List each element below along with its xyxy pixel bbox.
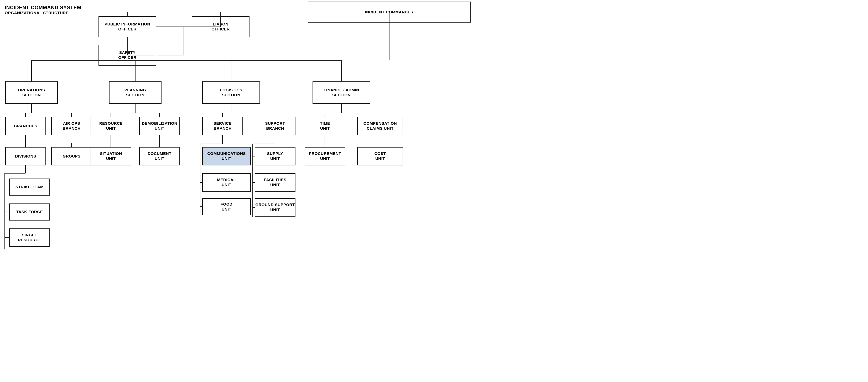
liason-box: LIASON OFFICER (192, 16, 249, 37)
facilities-unit-box: FACILITIES UNIT (255, 173, 296, 192)
food-unit-box: FOOD UNIT (202, 198, 251, 215)
supply-unit-box: SUPPLY UNIT (255, 147, 296, 165)
demob-unit-box: DEMOBILIZATION UNIT (139, 117, 180, 135)
service-branch-box: SERVICE BRANCH (202, 117, 243, 135)
support-branch-box: SUPPORT BRANCH (255, 117, 296, 135)
public-info-box: PUBLIC INFORMATION OFFICER (98, 16, 156, 37)
medical-unit-box: MEDICAL UNIT (202, 173, 251, 192)
ground-support-box: GROUND SUPPORT UNIT (255, 198, 296, 217)
title-main: INCIDENT COMMAND SYSTEM (5, 5, 81, 10)
title-block: INCIDENT COMMAND SYSTEM ORGANIZATIONAL S… (5, 5, 81, 15)
finance-box: FINANCE / ADMIN SECTION (313, 82, 370, 104)
divisions-box: DIVISIONS (5, 147, 46, 165)
communications-box: COMMUNICATIONS UNIT (202, 147, 251, 165)
operations-box: OPERATIONS SECTION (5, 82, 58, 104)
branches-box: BRANCHES (5, 117, 46, 135)
situation-unit-box: SITUATION UNIT (91, 147, 131, 165)
planning-box: PLANNING SECTION (109, 82, 161, 104)
logistics-box: LOGISTICS SECTION (202, 82, 260, 104)
safety-box: SAFETY OFFICER (98, 44, 156, 66)
document-unit-box: DOCUMENT UNIT (139, 147, 180, 165)
groups-box: GROUPS (51, 147, 92, 165)
single-resource-box: SINGLE RESOURCE (9, 228, 50, 247)
title-sub: ORGANIZATIONAL STRUCTURE (5, 10, 81, 15)
strike-team-box: STRIKE TEAM (9, 179, 50, 196)
task-force-box: TASK FORCE (9, 203, 50, 221)
air-ops-box: AIR OPS BRANCH (51, 117, 92, 135)
resource-unit-box: RESOURCE UNIT (91, 117, 131, 135)
cost-unit-box: COST UNIT (357, 147, 403, 165)
incident-commander-box: INCIDENT COMMANDER (308, 2, 471, 23)
time-unit-box: TIME UNIT (305, 117, 345, 135)
compensation-claims-box: COMPENSATION CLAIMS UNIT (357, 117, 403, 135)
procurement-unit-box: PROCUREMENT UNIT (305, 147, 345, 165)
